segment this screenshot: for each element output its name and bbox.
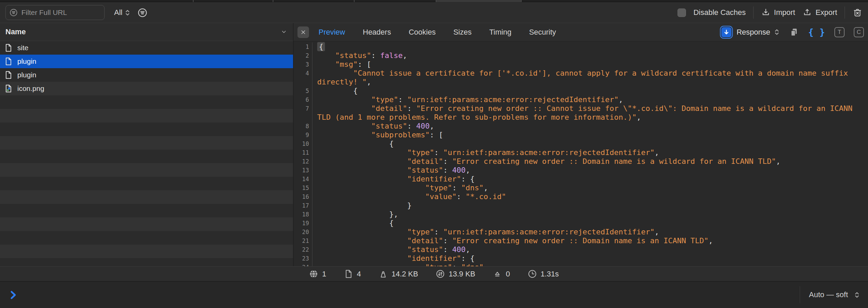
- image-icon: [4, 84, 13, 93]
- pretty-print-button[interactable]: { }: [808, 27, 825, 37]
- code-line: {: [312, 86, 868, 95]
- code-token: ,: [636, 113, 641, 121]
- code-token: {: [317, 139, 394, 148]
- filter-url-input[interactable]: [21, 8, 101, 17]
- code-token: ,: [466, 245, 470, 254]
- tab-timing[interactable]: Timing: [489, 28, 511, 37]
- code-token: :: [457, 192, 466, 201]
- line-number: 17: [293, 201, 312, 210]
- request-row-icon.png[interactable]: icon.png: [0, 82, 293, 95]
- copy-button[interactable]: [789, 27, 799, 37]
- document-icon: [4, 43, 13, 52]
- code-line: "type": "urn:ietf:params:acme:error:reje…: [312, 148, 868, 157]
- empty-row: [0, 245, 293, 258]
- weight-icon: [379, 269, 388, 278]
- line-number: 3: [293, 60, 312, 69]
- code-token: :: [434, 148, 443, 157]
- filter-icon: [9, 8, 18, 17]
- code-line: {: [312, 219, 868, 228]
- chevron-down-icon[interactable]: [280, 28, 288, 36]
- line-number: 23: [293, 254, 312, 263]
- code-token: "status": [407, 166, 443, 174]
- requests-sidebar: Name sitepluginpluginicon.png: [0, 23, 293, 266]
- filter-options-button[interactable]: [137, 7, 148, 18]
- code-token: ,: [367, 78, 371, 86]
- code-token: [317, 60, 335, 69]
- code-token: {: [317, 219, 394, 227]
- code-line-row: 15 "type": "dns",: [293, 184, 868, 192]
- code-line-row: 6 "type": "urn:ietf:params:acme:error:re…: [293, 95, 868, 104]
- code-token: ,: [484, 184, 488, 192]
- code-token: "Cannot issue a certificate for ['*.co.i…: [317, 69, 852, 86]
- code-token: ,: [466, 166, 470, 174]
- code-token: ,: [654, 228, 659, 236]
- code-line: "type": "urn:ietf:params:acme:error:reje…: [312, 95, 868, 104]
- stat-document: 4: [344, 269, 361, 278]
- line-number: 20: [293, 228, 312, 236]
- empty-row: [0, 217, 293, 231]
- tab-sizes[interactable]: Sizes: [453, 28, 472, 37]
- stepper-icon: [854, 291, 860, 299]
- code-token: "identifier": [407, 254, 461, 263]
- code-token: [317, 184, 425, 192]
- code-token: {: [317, 86, 358, 95]
- request-row-plugin[interactable]: plugin: [0, 55, 293, 68]
- toolbar-right-group: Disable Caches Import Export: [677, 6, 863, 19]
- code-token: "type": [371, 95, 398, 104]
- export-icon: [802, 8, 812, 17]
- export-button[interactable]: Export: [802, 8, 837, 17]
- import-icon: [761, 8, 771, 17]
- request-row-plugin[interactable]: plugin: [0, 68, 293, 82]
- strip-divider: [521, 0, 522, 2]
- code-token: "dns": [461, 184, 484, 192]
- code-line-row: 5 {: [293, 86, 868, 95]
- code-token: [317, 254, 407, 263]
- content-type-select[interactable]: Response: [720, 26, 780, 39]
- stepper-icon: [125, 9, 130, 16]
- code-token: :: [407, 104, 416, 113]
- code-token: "Error creating new order :: Domain name…: [452, 236, 708, 245]
- strip-divider: [354, 0, 355, 2]
- filter-url-field[interactable]: [5, 5, 105, 20]
- code-line: "type": "urn:ietf:params:acme:error:reje…: [312, 228, 868, 236]
- stat-globe-value: 1: [322, 270, 326, 278]
- clock-icon: [528, 269, 537, 278]
- detail-tab-bar: PreviewHeadersCookiesSizesTimingSecurity…: [293, 23, 868, 41]
- tab-preview[interactable]: Preview: [319, 28, 345, 37]
- request-name: site: [17, 44, 29, 52]
- strip-divider: [436, 0, 436, 2]
- code-token: 400: [452, 245, 466, 254]
- stat-clock: 1.31s: [528, 269, 559, 278]
- stat-weight: 14.2 KB: [379, 269, 418, 278]
- code-token: :: [398, 95, 407, 104]
- stat-transfer-value: 13.9 KB: [449, 270, 475, 278]
- name-column-header[interactable]: Name: [0, 23, 293, 41]
- line-number: 4: [293, 69, 312, 86]
- resource-type-select[interactable]: All: [114, 8, 130, 17]
- text-mode-button[interactable]: T: [834, 27, 845, 37]
- code-line-row: 22 "status": 400,: [293, 245, 868, 254]
- tab-bar-right-group: Response { } T C: [720, 26, 864, 39]
- disable-caches-checkbox[interactable]: [677, 8, 686, 17]
- response-preview-code[interactable]: 1{2 "status": false,3 "msg": [4 "Cannot …: [293, 41, 868, 267]
- code-token: [317, 192, 425, 201]
- code-line: "detail": "Error creating new order :: D…: [312, 157, 868, 166]
- code-token: :: [443, 245, 452, 254]
- source-mode-button[interactable]: C: [854, 27, 864, 37]
- code-token: 400: [416, 122, 430, 130]
- tab-headers[interactable]: Headers: [363, 28, 391, 37]
- console-prompt-icon[interactable]: [8, 290, 18, 300]
- close-detail-button[interactable]: [297, 26, 309, 38]
- code-line: "status": 400,: [312, 122, 868, 131]
- line-number: 2: [293, 51, 312, 60]
- name-column-label: Name: [5, 27, 26, 36]
- import-button[interactable]: Import: [761, 8, 795, 17]
- code-line: "identifier": {: [312, 175, 868, 184]
- clear-network-items-button[interactable]: [852, 7, 863, 18]
- code-line: "detail": "Error creating new order :: C…: [312, 104, 868, 122]
- request-row-site[interactable]: site: [0, 41, 293, 55]
- code-token: 400: [452, 166, 466, 174]
- tab-security[interactable]: Security: [529, 28, 556, 37]
- tab-cookies[interactable]: Cookies: [409, 28, 435, 37]
- request-name: plugin: [17, 71, 36, 79]
